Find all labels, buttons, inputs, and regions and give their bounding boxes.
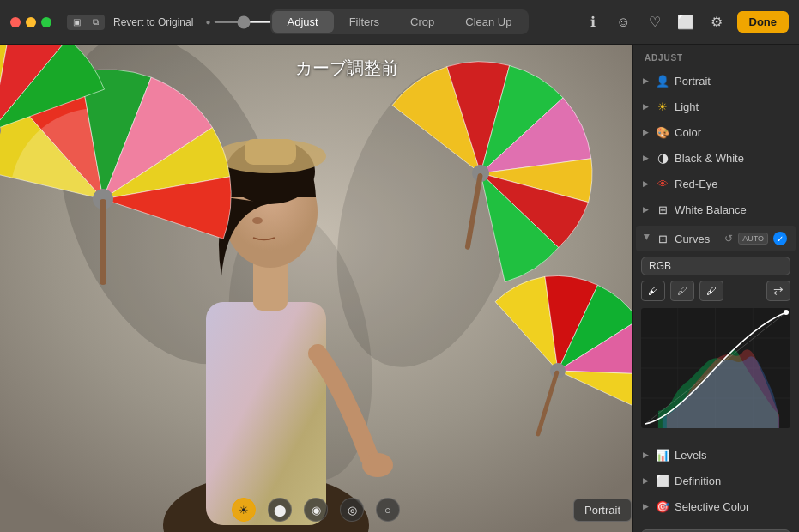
brightness-min-icon: ● xyxy=(205,17,210,27)
brightness-slider[interactable] xyxy=(214,21,274,23)
chevron-curves: ▶ xyxy=(643,234,651,243)
levels-icon: 📊 xyxy=(655,447,670,462)
wb-icon: ⊞ xyxy=(655,202,670,217)
adjust-row-light[interactable]: ▶ ☀ Light xyxy=(636,94,796,119)
svg-rect-14 xyxy=(100,199,106,285)
curves-controls: ↺ AUTO ✓ xyxy=(724,232,787,245)
emoji-button[interactable]: ☺ xyxy=(614,12,634,33)
curves-detail: RGB Red Green Blue 🖋 🖋 🖋 ⇄ xyxy=(633,251,799,438)
levels-label: Levels xyxy=(675,449,787,462)
nav-tabs: Adjust Filters Crop Clean Up xyxy=(270,9,530,34)
adjust-row-curves[interactable]: ▶ ⊡ Curves ↺ AUTO ✓ xyxy=(636,226,796,251)
heart-button[interactable]: ♡ xyxy=(645,12,665,33)
share-button[interactable]: ⬜ xyxy=(675,12,696,33)
titlebar-left: ▣ ⧉ Revert to Original ● ● xyxy=(10,15,284,30)
single-view-btn[interactable]: ▣ xyxy=(67,15,86,30)
swap-btn[interactable]: ⇄ xyxy=(766,281,790,301)
portrait-label: Portrait xyxy=(675,75,787,88)
color-label: Color xyxy=(675,126,787,139)
tool-button-1[interactable]: ⬤ xyxy=(268,498,292,522)
light-label: Light xyxy=(675,100,787,113)
chevron-wb: ▶ xyxy=(643,205,651,214)
chevron-levels: ▶ xyxy=(643,450,651,459)
auto-badge[interactable]: AUTO xyxy=(738,233,768,245)
tab-filters[interactable]: Filters xyxy=(334,11,395,33)
definition-icon: ⬜ xyxy=(655,473,670,488)
portrait-icon: 👤 xyxy=(655,73,670,88)
adjust-row-wb[interactable]: ▶ ⊞ White Balance xyxy=(636,196,796,222)
svg-point-29 xyxy=(784,310,789,315)
adjust-row-bw[interactable]: ▶ ◑ Black & White xyxy=(636,145,796,171)
titlebar-right: ℹ ☺ ♡ ⬜ ⚙ Done xyxy=(583,11,790,33)
info-button[interactable]: ℹ xyxy=(583,12,603,33)
svg-point-20 xyxy=(362,453,393,477)
bw-icon: ◑ xyxy=(655,150,670,166)
eyedropper-black[interactable]: 🖋 xyxy=(641,281,665,301)
adjust-row-levels[interactable]: ▶ 📊 Levels xyxy=(636,442,796,468)
main-content: カーブ調整前 xyxy=(0,45,799,532)
right-panel: ADJUST ▶ 👤 Portrait ▶ ☀ Light ▶ 🎨 Color … xyxy=(632,45,799,532)
svg-point-10 xyxy=(252,217,263,224)
chevron-color: ▶ xyxy=(643,128,651,136)
image-area: カーブ調整前 xyxy=(0,45,632,532)
rgb-select[interactable]: RGB Red Green Blue xyxy=(641,257,790,275)
chevron-selective-color: ▶ xyxy=(643,502,651,511)
eyedropper-white[interactable]: 🖋 xyxy=(699,281,723,301)
titlebar: ▣ ⧉ Revert to Original ● ● Adjust Filter… xyxy=(0,0,799,45)
svg-rect-12 xyxy=(245,139,296,165)
selective-color-label: Selective Color xyxy=(675,500,787,513)
chevron-redeye: ▶ xyxy=(643,179,651,188)
revert-button[interactable]: Revert to Original xyxy=(113,16,193,28)
redeye-label: Red-Eye xyxy=(675,178,787,190)
curves-undo-icon[interactable]: ↺ xyxy=(724,233,733,245)
traffic-lights xyxy=(10,17,51,27)
panel-section-title: ADJUST xyxy=(633,45,799,68)
tool-button-4[interactable]: ○ xyxy=(376,498,400,522)
adjust-row-color[interactable]: ▶ 🎨 Color xyxy=(636,119,796,145)
close-button[interactable] xyxy=(10,17,21,27)
eyedropper-gray[interactable]: 🖋 xyxy=(670,281,694,301)
adjust-row-redeye[interactable]: ▶ 👁 Red-Eye xyxy=(636,171,796,196)
tab-crop[interactable]: Crop xyxy=(395,11,450,33)
adjust-row-selective-color[interactable]: ▶ 🎯 Selective Color xyxy=(636,493,796,519)
curves-check[interactable]: ✓ xyxy=(773,232,787,245)
tab-cleanup[interactable]: Clean Up xyxy=(450,11,527,33)
selective-color-icon: 🎯 xyxy=(655,499,670,514)
chevron-portrait: ▶ xyxy=(643,76,651,85)
tools-button[interactable]: ⚙ xyxy=(706,12,727,33)
bottom-toolbar: ☀ ⬤ ◉ ◎ ○ xyxy=(0,498,632,522)
tool-button-3[interactable]: ◎ xyxy=(340,498,364,522)
tool-button-2[interactable]: ◉ xyxy=(304,498,328,522)
chevron-definition: ▶ xyxy=(643,476,651,485)
chevron-bw: ▶ xyxy=(643,154,651,162)
tab-adjust[interactable]: Adjust xyxy=(272,11,334,33)
adjust-row-definition[interactable]: ▶ ⬜ Definition xyxy=(636,468,796,493)
maximize-button[interactable] xyxy=(41,17,51,27)
minimize-button[interactable] xyxy=(26,17,36,27)
redeye-icon: 👁 xyxy=(655,176,670,191)
color-icon: 🎨 xyxy=(655,124,670,140)
light-icon: ☀ xyxy=(655,99,670,114)
photo-container xyxy=(0,45,632,532)
split-view-btn[interactable]: ⧉ xyxy=(86,15,105,30)
chevron-light: ▶ xyxy=(643,102,651,111)
svg-rect-6 xyxy=(206,302,326,525)
adjust-row-portrait[interactable]: ▶ 👤 Portrait xyxy=(636,68,796,94)
wb-label: White Balance xyxy=(675,203,787,216)
sun-tool-button[interactable]: ☀ xyxy=(232,498,256,522)
view-switcher: ▣ ⧉ xyxy=(67,15,105,30)
done-button[interactable]: Done xyxy=(737,11,790,33)
curves-label: Curves xyxy=(675,233,724,245)
curves-section: ▶ ⊡ Curves ↺ AUTO ✓ RGB Red Green Blue xyxy=(633,226,799,438)
bw-label: Black & White xyxy=(675,152,787,165)
definition-label: Definition xyxy=(675,475,787,487)
curves-icon: ⊡ xyxy=(655,231,670,246)
curves-graph[interactable] xyxy=(641,308,790,428)
eyedropper-row: 🖋 🖋 🖋 ⇄ xyxy=(641,281,790,301)
